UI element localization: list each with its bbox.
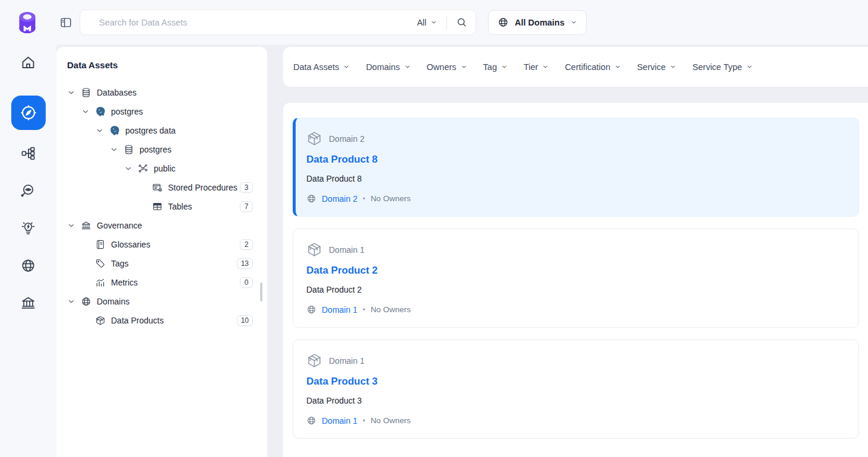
separator-dot: •: [363, 195, 365, 203]
filter-owners[interactable]: Owners: [427, 62, 467, 72]
data-product-card[interactable]: Domain 2 Data Product 8 Data Product 8 D…: [293, 118, 859, 217]
divider: [446, 15, 447, 30]
data-product-card[interactable]: Domain 1 Data Product 2 Data Product 2 D…: [293, 228, 859, 328]
data-product-icon: [306, 353, 322, 369]
nav-observability[interactable]: [20, 183, 37, 201]
govern-bank-icon: [20, 295, 36, 311]
chevron-down-icon[interactable]: [110, 145, 118, 154]
tree-node-label: Governance: [97, 221, 142, 230]
tree-node-label: Domains: [97, 297, 129, 306]
filter-tier[interactable]: Tier: [524, 62, 549, 72]
filter-data-assets[interactable]: Data Assets: [293, 62, 350, 72]
filter-service-type[interactable]: Service Type: [692, 62, 753, 72]
data-assets-tree-panel: Data Assets Databases postgres postgres …: [56, 47, 267, 457]
search-input[interactable]: [86, 18, 414, 27]
tree-node-tables[interactable]: Tables 7: [67, 197, 253, 216]
count-badge: 0: [240, 277, 253, 288]
card-title-link[interactable]: Data Product 8: [306, 154, 845, 166]
chevron-down-icon: [542, 64, 549, 70]
all-domains-label: All Domains: [515, 18, 565, 27]
table-icon: [152, 201, 163, 212]
home-icon: [20, 55, 36, 71]
filter-certification[interactable]: Certification: [565, 62, 621, 72]
tree-node-public-schema[interactable]: public: [67, 159, 253, 178]
filter-domains[interactable]: Domains: [366, 62, 410, 72]
count-badge: 2: [240, 239, 253, 250]
tree-node-label: postgres: [111, 107, 143, 116]
database-icon: [81, 87, 91, 98]
chevron-down-icon[interactable]: [81, 107, 90, 116]
tree-node-tags[interactable]: Tags 13: [67, 254, 253, 273]
filter-tag[interactable]: Tag: [483, 62, 508, 72]
explore-compass-icon: [20, 104, 37, 122]
search-scope-dropdown[interactable]: All: [414, 18, 439, 27]
chevron-down-icon: [571, 18, 577, 27]
tree-node-label: Stored Procedures: [168, 183, 237, 192]
tree-node-databases[interactable]: Databases: [67, 83, 253, 102]
card-title-link[interactable]: Data Product 2: [306, 265, 845, 277]
filter-service[interactable]: Service: [637, 62, 676, 72]
nav-home[interactable]: [20, 55, 37, 72]
domain-link[interactable]: Domain 2: [322, 194, 357, 204]
card-description: Data Product 8: [306, 174, 845, 183]
card-domain-label: Domain 1: [329, 356, 365, 366]
tree-node-label: Tags: [111, 259, 129, 268]
owners-label: No Owners: [370, 305, 411, 314]
nav-domains[interactable]: [20, 258, 37, 275]
tree-node-glossaries[interactable]: Glossaries 2: [67, 235, 253, 254]
panel-title: Data Assets: [67, 60, 253, 70]
search-scope-label: All: [417, 18, 426, 27]
chevron-down-icon[interactable]: [124, 164, 132, 173]
nav-lineage[interactable]: [20, 145, 37, 163]
results-list: Domain 2 Data Product 8 Data Product 8 D…: [283, 103, 868, 457]
chevron-down-icon: [670, 64, 676, 70]
chevron-down-icon: [614, 64, 621, 70]
chevron-down-icon[interactable]: [67, 88, 75, 97]
postgres-icon: [109, 125, 120, 136]
tree-node-domains[interactable]: Domains: [67, 292, 253, 311]
chevron-down-icon[interactable]: [67, 297, 75, 306]
card-domain-label: Domain 1: [329, 245, 365, 255]
separator-dot: •: [363, 417, 365, 425]
all-domains-dropdown[interactable]: All Domains: [488, 10, 587, 35]
tree-node-label: postgres data: [125, 126, 176, 135]
tree-node-label: Data Products: [111, 316, 164, 325]
tree-node-postgres-service[interactable]: postgres: [67, 102, 253, 121]
chevron-down-icon: [746, 64, 753, 70]
tree-node-data-products[interactable]: Data Products 10: [67, 311, 253, 330]
tree-node-stored-procedures[interactable]: Stored Procedures 3: [67, 178, 253, 197]
tree-node-label: Tables: [168, 202, 192, 211]
globe-icon: [306, 304, 316, 315]
sidebar-collapse-icon[interactable]: [59, 16, 72, 29]
globe-icon: [306, 415, 316, 426]
nav-govern[interactable]: [20, 295, 37, 313]
tree-scrollbar-thumb[interactable]: [260, 283, 262, 302]
data-product-icon: [306, 242, 322, 258]
nav-explore[interactable]: [11, 96, 46, 130]
insights-bulb-icon: [20, 220, 36, 236]
tree-node-governance[interactable]: Governance: [67, 216, 253, 235]
tree-node-label: postgres: [140, 145, 172, 154]
openmetadata-logo-icon[interactable]: [15, 11, 39, 34]
tree-node-postgres-database[interactable]: postgres: [67, 140, 253, 159]
data-product-card[interactable]: Domain 1 Data Product 3 Data Product 3 D…: [293, 339, 859, 439]
tree-node-label: public: [154, 164, 176, 173]
tree-node-postgres-data[interactable]: postgres data: [67, 121, 253, 140]
database-icon: [123, 144, 134, 155]
search-icon[interactable]: [455, 17, 467, 28]
card-title-link[interactable]: Data Product 3: [306, 376, 845, 388]
domain-link[interactable]: Domain 1: [322, 416, 357, 426]
chevron-down-icon[interactable]: [96, 126, 104, 135]
domain-link[interactable]: Domain 1: [322, 305, 357, 315]
observability-icon: [20, 183, 36, 199]
chevron-down-icon: [461, 64, 467, 70]
nav-insights[interactable]: [20, 220, 37, 238]
chevron-down-icon: [404, 64, 411, 70]
count-badge: 13: [237, 258, 253, 269]
global-search-bar[interactable]: All: [80, 9, 476, 35]
data-product-icon: [306, 131, 322, 147]
chevron-down-icon[interactable]: [67, 221, 75, 230]
left-nav-rail: [0, 45, 56, 457]
tree-node-metrics[interactable]: Metrics 0: [67, 273, 253, 292]
chevron-down-icon: [501, 64, 508, 70]
